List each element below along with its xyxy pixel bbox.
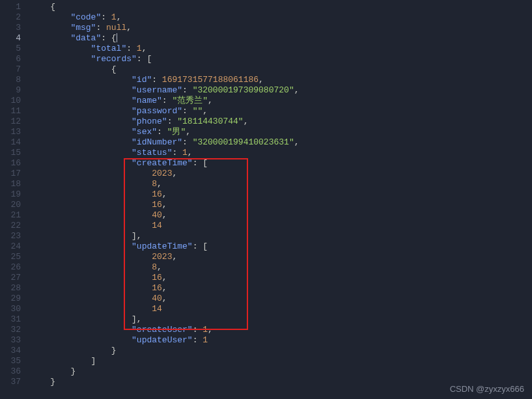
line-number: 34 xyxy=(0,346,21,356)
code-line[interactable]: "password": "", xyxy=(30,106,532,117)
code-line[interactable]: 8, xyxy=(30,179,532,189)
code-token: , xyxy=(186,127,191,137)
code-token: ], xyxy=(30,231,142,241)
code-line[interactable]: 16, xyxy=(30,200,532,210)
code-line[interactable]: 40, xyxy=(30,294,532,304)
line-number: 4 xyxy=(0,33,21,44)
code-token: { xyxy=(30,2,55,12)
code-token: , xyxy=(294,85,300,95)
code-token: : { xyxy=(101,33,116,43)
code-token: , xyxy=(172,169,177,178)
code-line[interactable]: ] xyxy=(30,356,532,366)
line-number: 18 xyxy=(0,179,21,189)
code-line[interactable]: "id": 1691731577188061186, xyxy=(30,75,532,85)
line-number: 6 xyxy=(0,54,21,64)
code-token: "updateUser" xyxy=(30,335,193,345)
line-number: 35 xyxy=(0,356,21,366)
code-line[interactable]: "username": "320000197309080720", xyxy=(30,85,532,96)
code-line[interactable]: 14 xyxy=(30,304,532,314)
code-token: , xyxy=(162,189,167,199)
code-editor[interactable]: 1234567891011121314151617181920212223242… xyxy=(0,0,532,399)
line-number: 5 xyxy=(0,44,21,54)
code-token: : xyxy=(162,96,173,105)
code-token: "320000199410023631" xyxy=(193,137,294,147)
line-number: 2 xyxy=(0,12,21,23)
code-token: , xyxy=(244,117,249,126)
code-line[interactable]: { xyxy=(30,64,532,75)
code-token: "data" xyxy=(30,33,101,43)
code-token: , xyxy=(162,283,167,293)
code-line[interactable]: 16, xyxy=(30,189,532,200)
code-token: : xyxy=(157,127,167,137)
code-line[interactable]: "msg": null, xyxy=(30,23,532,33)
code-line[interactable]: } xyxy=(30,366,532,377)
code-line[interactable]: 16, xyxy=(30,273,532,283)
code-token: : [ xyxy=(193,158,208,168)
line-number: 26 xyxy=(0,262,21,273)
code-token: "createUser" xyxy=(30,325,193,335)
code-token: "idNumber" xyxy=(30,137,182,147)
code-token: : xyxy=(182,137,193,147)
code-token: : xyxy=(167,117,178,126)
code-line[interactable]: "updateUser": 1 xyxy=(30,335,532,346)
code-token: "男" xyxy=(167,127,186,137)
code-token: : [ xyxy=(193,241,208,251)
code-line[interactable]: "phone": "18114430744", xyxy=(30,117,532,127)
code-token: ] xyxy=(30,356,96,366)
code-token: { xyxy=(30,64,117,74)
code-token: null xyxy=(106,23,126,33)
code-token: 16 xyxy=(30,189,162,199)
code-token: "id" xyxy=(30,75,152,85)
code-line[interactable]: "code": 1, xyxy=(30,12,532,23)
code-token: : xyxy=(193,325,203,335)
code-line[interactable]: } xyxy=(30,346,532,356)
code-token: } xyxy=(30,366,76,376)
code-line[interactable]: 40, xyxy=(30,210,532,221)
code-line[interactable]: "name": "范秀兰", xyxy=(30,96,532,106)
line-number: 20 xyxy=(0,200,21,210)
line-number: 14 xyxy=(0,137,21,148)
code-line[interactable]: "records": [ xyxy=(30,54,532,64)
line-number-gutter: 1234567891011121314151617181920212223242… xyxy=(0,0,30,399)
line-number: 32 xyxy=(0,325,21,335)
code-token: : xyxy=(152,75,162,85)
code-token: "320000197309080720" xyxy=(193,85,294,95)
line-number: 15 xyxy=(0,148,21,158)
code-token: : [ xyxy=(137,54,152,64)
code-line[interactable]: ], xyxy=(30,231,532,241)
text-cursor xyxy=(117,33,117,42)
code-line[interactable]: 14 xyxy=(30,221,532,231)
code-token: "sex" xyxy=(30,127,157,137)
code-line[interactable]: ], xyxy=(30,314,532,325)
code-line[interactable]: "status": 1, xyxy=(30,148,532,158)
code-line[interactable]: "createUser": 1, xyxy=(30,325,532,335)
line-number: 7 xyxy=(0,64,21,75)
code-line[interactable]: "total": 1, xyxy=(30,44,532,54)
code-token: "code" xyxy=(30,12,101,22)
code-token: "updateTime" xyxy=(30,241,193,251)
line-number: 1 xyxy=(0,2,21,12)
code-token: 14 xyxy=(30,304,162,314)
code-token: , xyxy=(157,262,162,272)
line-number: 31 xyxy=(0,314,21,325)
code-token: "createTime" xyxy=(30,158,193,168)
code-line[interactable]: 2023, xyxy=(30,169,532,179)
code-area[interactable]: { "code": 1, "msg": null, "data": { "tot… xyxy=(30,0,532,399)
code-line[interactable]: 16, xyxy=(30,283,532,294)
code-line[interactable]: 2023, xyxy=(30,252,532,262)
code-line[interactable]: "updateTime": [ xyxy=(30,241,532,252)
code-token: 8 xyxy=(30,262,157,272)
code-token: 14 xyxy=(30,221,162,230)
code-token: : xyxy=(101,12,111,22)
code-token: 8 xyxy=(30,179,157,189)
code-token: , xyxy=(294,137,300,147)
code-line[interactable]: "sex": "男", xyxy=(30,127,532,137)
code-token: 2023 xyxy=(30,169,172,178)
code-line[interactable]: "createTime": [ xyxy=(30,158,532,169)
code-line[interactable]: "data": { xyxy=(30,33,532,44)
code-line[interactable]: "idNumber": "320000199410023631", xyxy=(30,137,532,148)
code-token: } xyxy=(30,346,117,355)
code-line[interactable]: { xyxy=(30,2,532,12)
code-line[interactable]: 8, xyxy=(30,262,532,273)
line-number: 27 xyxy=(0,273,21,283)
